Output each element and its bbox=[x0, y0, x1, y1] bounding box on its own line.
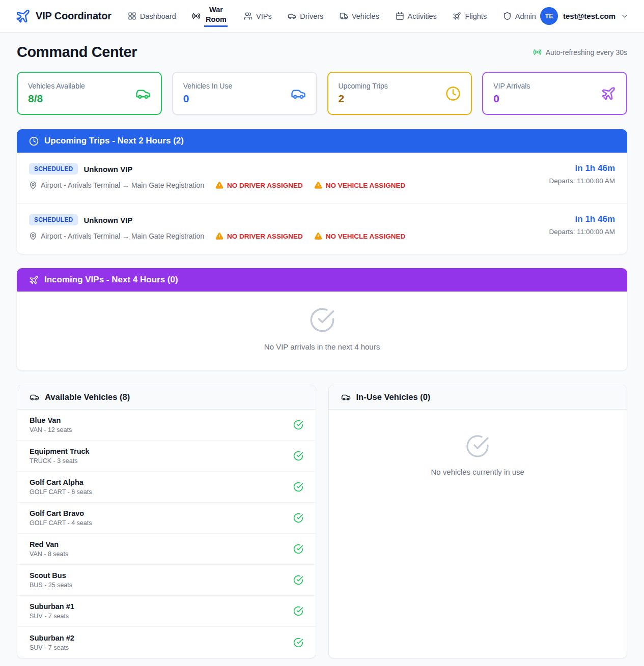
trip-warning: NO DRIVER ASSIGNED bbox=[215, 181, 303, 189]
vehicle-name: Equipment Truck bbox=[30, 447, 90, 455]
check-circle-icon bbox=[465, 434, 490, 458]
status-badge: SCHEDULED bbox=[29, 214, 78, 225]
nav-item-admin[interactable]: Admin bbox=[503, 12, 536, 20]
auto-refresh-status: Auto-refreshing every 30s bbox=[533, 48, 627, 56]
nav-item-war-room[interactable]: War Room bbox=[192, 5, 228, 27]
vehicle-name: Suburban #2 bbox=[30, 634, 74, 642]
trip-row[interactable]: SCHEDULED Unknown VIP Airport - Arrivals… bbox=[17, 153, 627, 204]
alert-triangle-icon bbox=[215, 232, 223, 240]
vehicle-row-blue-van[interactable]: Blue Van VAN - 12 seats bbox=[17, 410, 316, 441]
check-circle-icon bbox=[293, 638, 303, 648]
car-icon bbox=[30, 392, 39, 402]
vehicle-row-golf-cart-alpha[interactable]: Golf Cart Alpha GOLF CART - 6 seats bbox=[17, 472, 316, 503]
vehicle-name: Blue Van bbox=[30, 416, 72, 424]
trip-departure-time: Departs: 11:00:00 AM bbox=[549, 177, 615, 185]
broadcast-icon bbox=[533, 48, 542, 56]
stat-value: 0 bbox=[183, 93, 233, 105]
nav-item-label: Drivers bbox=[300, 12, 323, 20]
nav-item-vehicles[interactable]: Vehicles bbox=[340, 12, 379, 20]
vehicle-detail: SUV - 7 seats bbox=[30, 644, 74, 651]
vehicle-row-equipment-truck[interactable]: Equipment Truck TRUCK - 3 seats bbox=[17, 441, 316, 472]
available-vehicles-list: Blue Van VAN - 12 seats Equipment Truck … bbox=[17, 410, 316, 658]
nav-item-label: Dashboard bbox=[140, 12, 176, 20]
vehicle-row-scout-bus[interactable]: Scout Bus BUS - 25 seats bbox=[17, 565, 316, 596]
plane-logo-icon bbox=[15, 9, 31, 24]
nav-item-dashboard[interactable]: Dashboard bbox=[128, 12, 176, 20]
nav-item-flights[interactable]: Flights bbox=[453, 12, 487, 20]
inuse-vehicles-header: In-Use Vehicles (0) bbox=[329, 385, 627, 410]
stat-label: VIP Arrivals bbox=[493, 82, 530, 90]
check-circle-icon bbox=[293, 575, 303, 585]
vehicle-detail: BUS - 25 seats bbox=[30, 582, 72, 589]
stat-card-vehicles-in-use: Vehicles In Use 0 bbox=[172, 72, 317, 115]
nav-item-label: Vehicles bbox=[352, 12, 379, 20]
warning-text: NO VEHICLE ASSIGNED bbox=[326, 182, 405, 189]
page-title: Command Center bbox=[17, 44, 137, 61]
radio-icon bbox=[192, 12, 201, 20]
vehicle-detail: GOLF CART - 6 seats bbox=[30, 488, 92, 496]
nav-item-vips[interactable]: VIPs bbox=[244, 12, 272, 20]
upcoming-trips-title: Upcoming Trips - Next 2 Hours (2) bbox=[44, 136, 184, 146]
auto-refresh-label: Auto-refreshing every 30s bbox=[546, 48, 627, 56]
status-badge: SCHEDULED bbox=[29, 163, 78, 175]
warning-text: NO DRIVER ASSIGNED bbox=[227, 233, 303, 240]
warning-text: NO VEHICLE ASSIGNED bbox=[326, 233, 405, 240]
vehicle-row-suburban-2[interactable]: Suburban #2 SUV - 7 seats bbox=[17, 627, 316, 658]
warning-text: NO DRIVER ASSIGNED bbox=[227, 182, 303, 189]
trip-countdown: in 1h 46m bbox=[549, 163, 615, 173]
stat-label: Upcoming Trips bbox=[339, 82, 388, 90]
trip-route: Airport - Arrivals Terminal → Main Gate … bbox=[41, 232, 204, 240]
vehicle-name: Red Van bbox=[30, 540, 68, 548]
brand[interactable]: VIP Coordinator bbox=[15, 9, 111, 24]
check-circle-icon bbox=[293, 420, 303, 430]
grid-icon bbox=[128, 12, 136, 20]
nav-menu: Dashboard War Room VIPs Drivers Vehicles… bbox=[128, 5, 536, 27]
vip-empty-text: No VIP arrivals in the next 4 hours bbox=[17, 342, 627, 351]
nav-item-label: Admin bbox=[515, 12, 536, 20]
incoming-vips-header: Incoming VIPs - Next 4 Hours (0) bbox=[17, 268, 627, 292]
vehicle-row-suburban-1[interactable]: Suburban #1 SUV - 7 seats bbox=[17, 596, 316, 627]
user-email: test@test.com bbox=[563, 12, 615, 20]
vehicle-detail: SUV - 7 seats bbox=[30, 613, 74, 620]
main-content: Command Center Auto-refreshing every 30s… bbox=[0, 44, 644, 666]
trips-list: SCHEDULED Unknown VIP Airport - Arrivals… bbox=[17, 153, 627, 254]
vehicle-name: Scout Bus bbox=[30, 571, 72, 580]
incoming-vips-title: Incoming VIPs - Next 4 Hours (0) bbox=[44, 275, 178, 285]
plane-icon bbox=[453, 12, 461, 20]
nav-item-activities[interactable]: Activities bbox=[396, 12, 437, 20]
car-icon bbox=[291, 86, 306, 101]
user-menu[interactable]: TE test@test.com bbox=[540, 7, 629, 25]
vehicle-detail: VAN - 8 seats bbox=[30, 551, 68, 558]
users-icon bbox=[244, 12, 253, 20]
nav-item-label: War Room bbox=[204, 5, 228, 27]
vehicle-row-red-van[interactable]: Red Van VAN - 8 seats bbox=[17, 534, 316, 565]
trip-warning: NO DRIVER ASSIGNED bbox=[215, 232, 303, 240]
vehicle-detail: TRUCK - 3 seats bbox=[30, 457, 90, 465]
trip-row[interactable]: SCHEDULED Unknown VIP Airport - Arrivals… bbox=[17, 204, 627, 254]
alert-triangle-icon bbox=[314, 181, 322, 189]
nav-item-label: Activities bbox=[408, 12, 437, 20]
car-icon bbox=[135, 86, 151, 101]
shield-icon bbox=[503, 12, 512, 20]
vehicle-row-golf-cart-bravo[interactable]: Golf Cart Bravo GOLF CART - 4 seats bbox=[17, 503, 316, 534]
plane-icon bbox=[29, 275, 39, 285]
inuse-empty-text: No vehicles currently in use bbox=[329, 468, 627, 476]
check-circle-icon bbox=[293, 451, 303, 461]
incoming-vips-panel: Incoming VIPs - Next 4 Hours (0) No VIP … bbox=[17, 268, 627, 370]
alert-triangle-icon bbox=[314, 232, 322, 240]
nav-item-drivers[interactable]: Drivers bbox=[288, 12, 323, 20]
available-vehicles-title: Available Vehicles (8) bbox=[45, 392, 130, 402]
vehicle-detail: VAN - 12 seats bbox=[30, 426, 72, 433]
map-pin-icon bbox=[29, 181, 37, 189]
check-circle-icon bbox=[293, 482, 303, 492]
stat-value: 8/8 bbox=[28, 93, 85, 105]
alert-triangle-icon bbox=[215, 181, 223, 189]
stat-label: Vehicles Available bbox=[28, 82, 85, 90]
inuse-vehicles-title: In-Use Vehicles (0) bbox=[356, 392, 431, 402]
trip-warning: NO VEHICLE ASSIGNED bbox=[314, 232, 405, 240]
trip-route: Airport - Arrivals Terminal → Main Gate … bbox=[41, 181, 204, 189]
check-circle-icon bbox=[293, 544, 303, 554]
trip-vip-name: Unknown VIP bbox=[83, 165, 132, 173]
stat-value: 0 bbox=[493, 93, 530, 105]
nav-item-label: VIPs bbox=[256, 12, 272, 20]
